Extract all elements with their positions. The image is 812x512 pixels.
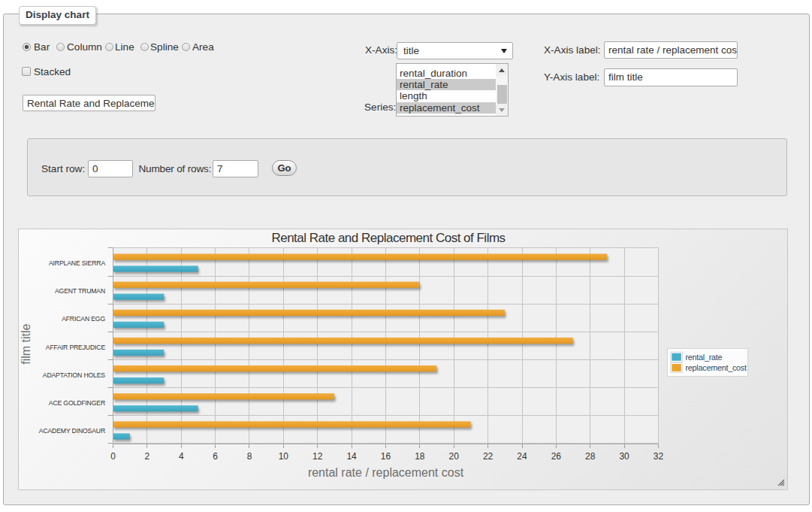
svg-text:16: 16	[381, 451, 391, 462]
svg-text:ACADEMY DINOSAUR: ACADEMY DINOSAUR	[39, 427, 105, 435]
svg-text:0: 0	[110, 451, 116, 462]
svg-text:8: 8	[247, 451, 252, 462]
svg-text:14: 14	[346, 451, 357, 462]
svg-text:4: 4	[179, 451, 184, 462]
svg-text:rental_rate: rental_rate	[686, 353, 723, 362]
svg-text:28: 28	[585, 451, 596, 462]
svg-text:2: 2	[145, 451, 150, 462]
svg-text:20: 20	[449, 451, 460, 462]
svg-text:replacement_cost: replacement_cost	[686, 363, 747, 372]
svg-text:30: 30	[619, 451, 629, 462]
svg-text:AIRPLANE SIERRA: AIRPLANE SIERRA	[49, 259, 105, 267]
svg-text:ACE GOLDFINGER: ACE GOLDFINGER	[49, 399, 105, 407]
svg-text:32: 32	[654, 451, 664, 462]
svg-text:22: 22	[483, 451, 494, 462]
svg-text:AGENT TRUMAN: AGENT TRUMAN	[55, 287, 105, 295]
svg-text:6: 6	[213, 451, 218, 462]
svg-text:18: 18	[415, 451, 425, 462]
svg-text:rental rate / replacement cost: rental rate / replacement cost	[308, 466, 464, 479]
svg-text:AFFAIR PREJUDICE: AFFAIR PREJUDICE	[46, 344, 106, 351]
svg-text:10: 10	[279, 451, 289, 462]
svg-text:AFRICAN EGG: AFRICAN EGG	[62, 315, 105, 323]
svg-text:26: 26	[551, 451, 562, 462]
svg-text:film title: film title	[20, 323, 32, 364]
svg-text:Rental Rate and Replacement Co: Rental Rate and Replacement Cost of Film…	[271, 231, 505, 245]
svg-text:24: 24	[517, 451, 527, 462]
svg-text:12: 12	[312, 451, 323, 462]
svg-text:ADAPTATION HOLES: ADAPTATION HOLES	[43, 371, 106, 379]
